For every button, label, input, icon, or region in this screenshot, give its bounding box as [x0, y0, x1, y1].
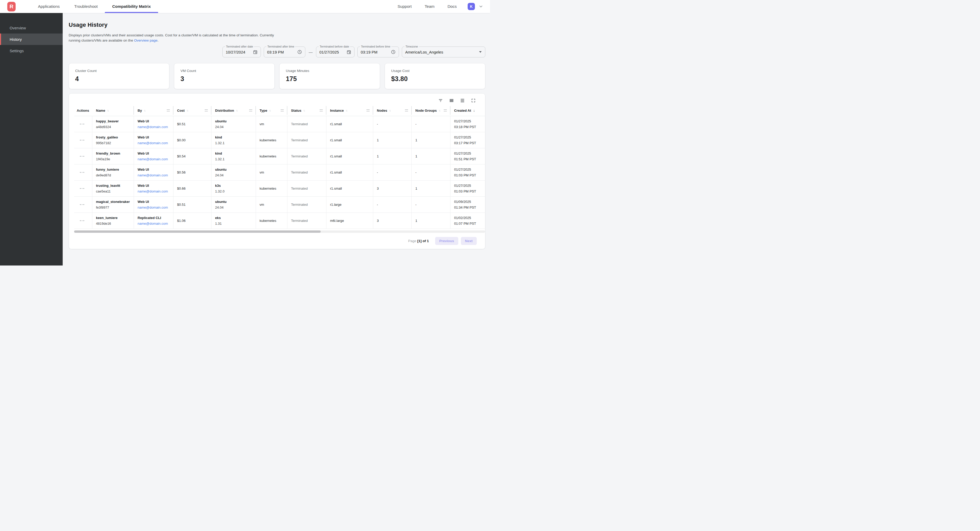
row-actions-button[interactable]	[78, 219, 86, 223]
cost-value: $0.00	[177, 138, 209, 143]
row-actions-button[interactable]	[78, 187, 86, 191]
column-header-cost[interactable]: Cost ↑↓	[173, 105, 212, 116]
column-menu-icon[interactable]	[167, 109, 170, 111]
nav-link-team[interactable]: Team	[420, 4, 439, 9]
stat-card-usage-minutes: Usage Minutes 175	[279, 63, 380, 89]
sidebar-item-overview[interactable]: Overview	[0, 22, 63, 33]
tab-applications[interactable]: Applications	[31, 0, 67, 13]
column-header-type[interactable]: Type ↑↓	[256, 105, 287, 116]
sort-icon[interactable]: ↑↓	[389, 109, 390, 112]
sidebar-item-history[interactable]: History	[0, 33, 63, 45]
column-menu-icon[interactable]	[281, 109, 284, 111]
filter-button[interactable]	[438, 98, 444, 103]
column-header-actions: Actions	[74, 105, 92, 116]
horizontal-scrollbar-thumb[interactable]	[74, 230, 321, 233]
created-time: 03:18 PM PST	[454, 125, 483, 129]
ellipsis-icon	[80, 220, 81, 221]
clock-icon[interactable]	[297, 49, 302, 55]
nav-link-support[interactable]: Support	[393, 4, 416, 9]
horizontal-scrollbar-track[interactable]	[74, 230, 485, 233]
sort-icon[interactable]: ↑↓	[144, 109, 145, 112]
cell-by: Web UI name@domain.com	[134, 165, 173, 180]
cell-nodes: -	[373, 116, 412, 132]
cell-status: Terminated	[287, 165, 326, 180]
column-menu-icon[interactable]	[320, 109, 323, 111]
terminated-before-date-field[interactable]: Terminated before date 01/27/2025	[316, 46, 355, 57]
column-header-status[interactable]: Status ↑↓	[287, 105, 326, 116]
calendar-icon[interactable]	[347, 50, 352, 55]
column-menu-icon[interactable]	[249, 109, 252, 111]
cost-value: $0.51	[177, 203, 209, 207]
row-actions-button[interactable]	[78, 170, 86, 174]
created-by-email-link[interactable]: name@domain.com	[138, 206, 171, 210]
terminated-before-time-field[interactable]: Terminated before time 03:19 PM	[357, 46, 399, 57]
created-by-email-link[interactable]: name@domain.com	[138, 157, 171, 161]
nav-link-docs[interactable]: Docs	[443, 4, 461, 9]
cost-value: $0.56	[177, 170, 209, 174]
created-by-email-link[interactable]: name@domain.com	[138, 189, 171, 193]
sort-icon[interactable]: ↑↓	[269, 109, 270, 112]
column-menu-icon[interactable]	[366, 109, 369, 111]
row-actions-button[interactable]	[78, 122, 86, 126]
cell-status: Terminated	[287, 213, 326, 228]
column-menu-icon[interactable]	[205, 109, 208, 111]
created-by-email-link[interactable]: name@domain.com	[138, 222, 171, 226]
nodes-value: 1	[377, 154, 409, 159]
cluster-id: 995b7182	[96, 141, 132, 145]
row-actions-button[interactable]	[78, 154, 86, 159]
stat-value: 4	[75, 75, 163, 82]
ellipsis-icon	[83, 140, 84, 141]
app-logo[interactable]: R	[7, 2, 16, 11]
sidebar-item-settings[interactable]: Settings	[0, 45, 63, 56]
next-button[interactable]: Next	[461, 237, 477, 245]
column-header-name[interactable]: Name ↑↓	[92, 105, 134, 116]
calendar-icon[interactable]	[253, 50, 258, 55]
instance-value: r1.small	[330, 187, 371, 191]
instance-value: r1.small	[330, 170, 371, 174]
clock-icon[interactable]	[391, 49, 396, 55]
sort-icon[interactable]: ↑↓	[236, 109, 237, 112]
row-actions-button[interactable]	[78, 138, 86, 143]
column-header-by[interactable]: By ↑↓	[134, 105, 173, 116]
sort-descending-icon[interactable]: ↓	[473, 108, 475, 113]
row-actions-button[interactable]	[78, 203, 86, 207]
tab-compatibility-matrix[interactable]: Compatibility Matrix	[105, 0, 158, 13]
column-header-node-groups[interactable]: Node Groups ↑↓	[412, 105, 450, 116]
column-header-nodes[interactable]: Nodes ↑↓	[373, 105, 412, 116]
column-header-created-at[interactable]: Created At ↓	[450, 105, 485, 116]
sort-icon[interactable]: ↑↓	[186, 109, 188, 112]
column-header-distribution[interactable]: Distribution ↑↓	[212, 105, 256, 116]
column-label: Status	[291, 109, 301, 113]
created-by-email-link[interactable]: name@domain.com	[138, 125, 171, 129]
density-button[interactable]	[460, 98, 465, 103]
overview-page-link[interactable]: Overview page	[134, 38, 158, 42]
columns-button[interactable]	[449, 98, 454, 103]
type-value: kubernetes	[259, 138, 285, 143]
timezone-select[interactable]: Timezone America/Los_Angeles	[402, 46, 485, 57]
terminated-after-time-field[interactable]: Terminated after time 03:19 PM	[264, 46, 305, 57]
distribution-name: eks	[215, 216, 254, 220]
status-badge: Terminated	[291, 203, 324, 207]
ellipsis-icon	[83, 220, 84, 221]
created-by-email-link[interactable]: name@domain.com	[138, 173, 171, 178]
cell-name: magical_stonebraker fe3f8977	[92, 197, 134, 212]
terminated-after-date-field[interactable]: Terminated after date 10/27/2024	[223, 46, 261, 57]
column-menu-icon[interactable]	[405, 109, 408, 111]
cluster-name: keen_lumiere	[96, 216, 132, 220]
fullscreen-button[interactable]	[471, 98, 476, 103]
avatar[interactable]: K	[468, 3, 475, 10]
sort-icon[interactable]: ↑↓	[107, 109, 108, 112]
column-menu-icon[interactable]	[444, 109, 447, 111]
sort-icon[interactable]: ↑↓	[439, 109, 440, 112]
filter-icon	[438, 98, 443, 103]
distribution-name: k3s	[215, 184, 254, 188]
tab-troubleshoot[interactable]: Troubleshoot	[67, 0, 105, 13]
cell-created-at: 01/02/2025 01:07 PM PST	[450, 213, 485, 228]
created-by-email-link[interactable]: name@domain.com	[138, 141, 171, 145]
account-menu-button[interactable]	[479, 4, 483, 9]
sort-icon[interactable]: ↑↓	[303, 109, 305, 112]
sort-icon[interactable]: ↑↓	[346, 109, 347, 112]
previous-button[interactable]: Previous	[435, 237, 458, 245]
column-header-instance[interactable]: Instance ↑↓	[326, 105, 373, 116]
distribution-version: 24.04	[215, 173, 254, 178]
